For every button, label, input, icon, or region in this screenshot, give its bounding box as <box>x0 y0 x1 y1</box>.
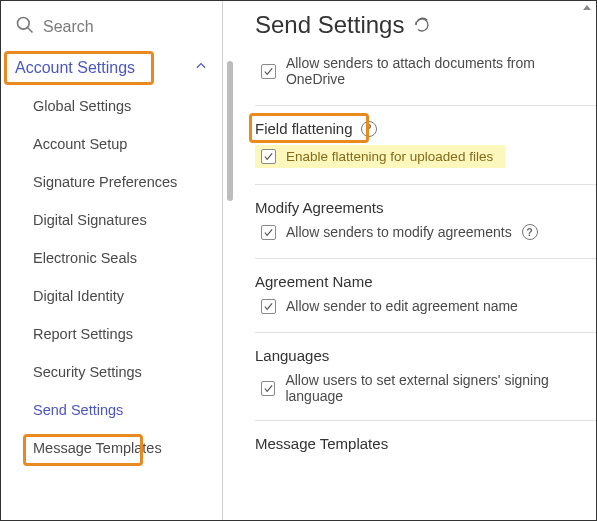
checkbox-modify-agreements[interactable] <box>261 225 276 240</box>
divider <box>255 258 596 259</box>
sidebar-item-global-settings[interactable]: Global Settings <box>1 87 222 125</box>
option-agreement-name: Allow sender to edit agreement name <box>261 298 596 314</box>
section-title-text: Agreement Name <box>255 273 373 290</box>
section-title-message-templates: Message Templates <box>255 435 596 452</box>
section-title-languages: Languages <box>255 347 596 364</box>
app-shell: Search Account Settings Global Settings … <box>0 0 597 521</box>
search-input[interactable]: Search <box>1 1 222 49</box>
option-enable-flattening-highlighted: Enable flattening for uploaded files <box>255 145 505 168</box>
checkbox-agreement-name[interactable] <box>261 299 276 314</box>
option-agreement-name-label: Allow sender to edit agreement name <box>286 298 518 314</box>
sidebar-item-report-settings[interactable]: Report Settings <box>1 315 222 353</box>
svg-line-1 <box>28 28 33 33</box>
option-modify-agreements-label: Allow senders to modify agreements <box>286 224 512 240</box>
option-modify-agreements: Allow senders to modify agreements <box>261 224 596 240</box>
sidebar-group-label: Account Settings <box>15 59 135 77</box>
page-title-text: Send Settings <box>255 11 404 39</box>
help-icon[interactable] <box>522 224 538 240</box>
divider <box>255 332 596 333</box>
option-onedrive-label: Allow senders to attach documents from O… <box>286 55 596 87</box>
main-scrollbar[interactable] <box>227 61 233 201</box>
main-panel: Send Settings Allow senders to attach do… <box>223 1 596 520</box>
sidebar-item-digital-identity[interactable]: Digital Identity <box>1 277 222 315</box>
checkbox-enable-flattening[interactable] <box>261 149 276 164</box>
search-placeholder: Search <box>43 18 94 36</box>
refresh-icon[interactable] <box>414 11 430 39</box>
sidebar-nav-list: Global Settings Account Setup Signature … <box>1 87 222 520</box>
divider <box>255 105 596 106</box>
svg-point-0 <box>18 18 30 30</box>
sidebar-item-security-settings[interactable]: Security Settings <box>1 353 222 391</box>
section-title-field-flattening: Field flattening <box>255 120 596 137</box>
highlight-frame-field-flattening <box>249 113 369 143</box>
divider <box>255 420 596 421</box>
sidebar-item-send-settings[interactable]: Send Settings <box>1 391 222 429</box>
sidebar-item-signature-preferences[interactable]: Signature Preferences <box>1 163 222 201</box>
section-title-text: Message Templates <box>255 435 388 452</box>
sidebar-item-account-setup[interactable]: Account Setup <box>1 125 222 163</box>
chevron-up-icon <box>194 59 208 77</box>
divider <box>255 184 596 185</box>
page-title: Send Settings <box>255 11 596 39</box>
section-title-text: Languages <box>255 347 329 364</box>
option-languages: Allow users to set external signers' sig… <box>261 372 596 404</box>
sidebar-item-electronic-seals[interactable]: Electronic Seals <box>1 239 222 277</box>
sidebar-group-account-settings[interactable]: Account Settings <box>1 49 222 87</box>
search-icon <box>15 15 35 39</box>
section-title-modify-agreements: Modify Agreements <box>255 199 596 216</box>
sidebar-item-message-templates[interactable]: Message Templates <box>1 429 222 467</box>
sidebar-item-digital-signatures[interactable]: Digital Signatures <box>1 201 222 239</box>
option-enable-flattening-label: Enable flattening for uploaded files <box>286 149 493 164</box>
section-title-text: Modify Agreements <box>255 199 383 216</box>
checkbox-languages[interactable] <box>261 381 275 396</box>
option-onedrive: Allow senders to attach documents from O… <box>261 55 596 87</box>
option-languages-label: Allow users to set external signers' sig… <box>285 372 596 404</box>
section-title-agreement-name: Agreement Name <box>255 273 596 290</box>
checkbox-onedrive[interactable] <box>261 64 276 79</box>
sidebar: Search Account Settings Global Settings … <box>1 1 223 520</box>
